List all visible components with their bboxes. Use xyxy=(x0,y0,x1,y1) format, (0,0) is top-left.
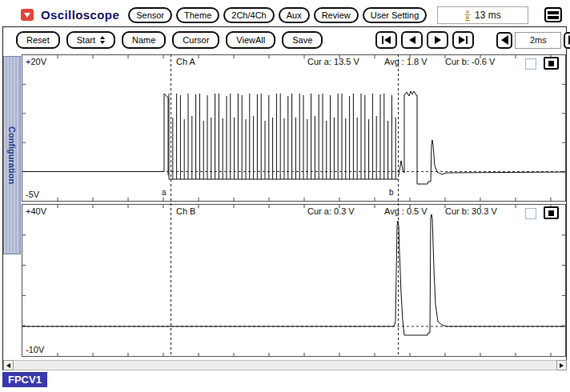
channel-a-bottom-voltage: -5V xyxy=(26,190,39,199)
scroll-right-icon[interactable] xyxy=(556,360,567,370)
channel-a-waveform xyxy=(22,55,565,201)
timebase-control: 2ms xyxy=(496,32,570,49)
channel-b-panel[interactable]: +40V -10V Ch B Cur a: 0.3 V Avg : 0.5 V … xyxy=(22,204,566,357)
cursor-time-readout: A B 13 ms xyxy=(437,6,528,24)
cursor-ab-icon: A B xyxy=(465,10,470,21)
channel-a-checkbox[interactable] xyxy=(525,58,536,70)
status-badge: FPCV1 xyxy=(2,372,47,387)
sensor-button[interactable]: Sensor xyxy=(128,7,172,23)
cursor-time-value: 13 ms xyxy=(475,10,501,21)
channel-b-waveform xyxy=(22,205,565,356)
reset-button[interactable]: Reset xyxy=(16,31,60,49)
oscilloscope-app: Oscilloscope Sensor Theme 2Ch/4Ch Aux Re… xyxy=(0,0,570,392)
start-spinner-icon[interactable] xyxy=(100,36,105,44)
channel-a-label: Ch A xyxy=(176,57,195,66)
toolbar: Reset Start Name Cursor ViewAll Save 2ms xyxy=(16,31,570,49)
user-setting-button[interactable]: User Setting xyxy=(363,7,428,23)
aux-button[interactable]: Aux xyxy=(279,7,310,23)
media-controls xyxy=(375,31,474,49)
app-title: Oscilloscope xyxy=(41,8,119,22)
skip-to-end-icon[interactable] xyxy=(452,31,474,49)
channel-a-color-button[interactable] xyxy=(544,57,559,70)
channel-b-label: Ch B xyxy=(176,206,195,216)
name-button[interactable]: Name xyxy=(122,31,166,49)
step-forward-icon[interactable] xyxy=(427,31,448,49)
save-button[interactable]: Save xyxy=(282,31,323,49)
list-menu-icon[interactable] xyxy=(544,7,562,22)
channel-b-bottom-voltage: -10V xyxy=(26,345,44,354)
timebase-value[interactable]: 2ms xyxy=(515,32,561,49)
scroll-left-icon[interactable] xyxy=(3,360,14,370)
channel-a-cursor-a-value: Cur a: 13.5 V xyxy=(307,57,359,66)
channel-b-cursor-a-value: Cur a: 0.3 V xyxy=(307,206,355,216)
channel-b-cursor-b-value: Cur b: 30.3 V xyxy=(445,206,497,216)
channel-b-checkbox[interactable] xyxy=(525,208,536,219)
start-button[interactable]: Start xyxy=(66,31,115,49)
channel-b-avg-value: Avg : 0.5 V xyxy=(384,206,428,216)
viewall-button[interactable]: ViewAll xyxy=(226,31,275,49)
channel-b-color-button[interactable] xyxy=(544,206,559,219)
configuration-tab[interactable]: Configuration xyxy=(3,56,21,254)
app-dropdown-icon[interactable] xyxy=(21,9,34,21)
scrollbar-track[interactable] xyxy=(14,360,556,370)
channel-a-top-voltage: +20V xyxy=(26,57,46,66)
channel-a-panel[interactable]: +20V -5V Ch A Cur a: 13.5 V Avg : 1.8 V … xyxy=(22,54,566,202)
cursor-button[interactable]: Cursor xyxy=(172,31,219,49)
skip-to-start-icon[interactable] xyxy=(375,31,397,49)
timebase-decrease-icon[interactable] xyxy=(496,32,512,49)
channel-a-avg-value: Avg : 1.8 V xyxy=(384,57,428,66)
horizontal-scrollbar[interactable] xyxy=(3,360,567,370)
review-button[interactable]: Review xyxy=(314,7,359,23)
channel-b-top-voltage: +40V xyxy=(26,206,46,216)
cursor-b-label[interactable]: b xyxy=(389,188,394,197)
cursor-a-label[interactable]: a xyxy=(162,188,167,197)
theme-button[interactable]: Theme xyxy=(176,7,219,23)
timebase-increase-icon[interactable] xyxy=(564,32,570,49)
channel-mode-button[interactable]: 2Ch/4Ch xyxy=(223,7,274,23)
step-back-icon[interactable] xyxy=(401,31,423,49)
header-bar: Oscilloscope Sensor Theme 2Ch/4Ch Aux Re… xyxy=(0,0,570,26)
channel-a-cursor-b-value: Cur b: -0.6 V xyxy=(445,57,495,66)
